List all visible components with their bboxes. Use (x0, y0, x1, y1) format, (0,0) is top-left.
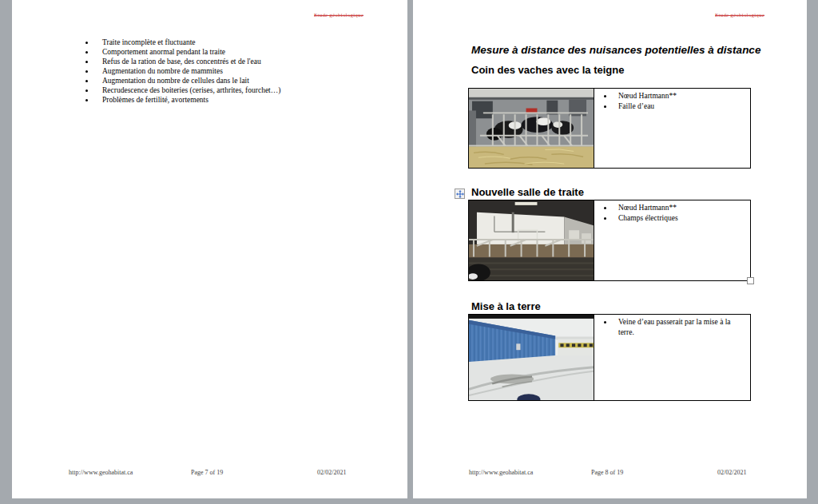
document-page-7[interactable]: Etude géobiologique Traite incomplète et… (12, 0, 407, 498)
notes-bullet-list: Veine d’eau passerait par la mise à la t… (602, 317, 741, 338)
measurement-table-1: Nœud Hartmann** Faille d’eau (468, 88, 751, 169)
notes-cell: Nœud Hartmann** Faille d’eau (594, 89, 750, 168)
document-page-8[interactable]: Etude géobiologique Mesure à distance de… (413, 0, 807, 498)
table-resize-handle[interactable] (747, 277, 754, 284)
photo-cell (469, 200, 594, 280)
header-tracked-change-note: Etude géobiologique (314, 12, 363, 18)
footer-date: 02/02/2021 (717, 469, 746, 476)
list-item: Faille d’eau (614, 101, 741, 112)
header-tracked-change-note: Etude géobiologique (715, 12, 764, 18)
measurement-table-3: Veine d’eau passerait par la mise à la t… (468, 314, 751, 401)
list-item: Traite incomplète et fluctuante (95, 38, 280, 47)
list-item: Comportement anormal pendant la traite (95, 47, 280, 57)
table-move-handle[interactable] (455, 189, 465, 199)
notes-cell: Veine d’eau passerait par la mise à la t… (594, 315, 750, 400)
footer-page-number: Page 8 of 19 (591, 469, 623, 476)
notes-bullet-list: Nœud Hartmann** Faille d’eau (602, 91, 741, 112)
footer-url: http://www.geohabitat.ca (469, 469, 533, 476)
section-title: Mesure à distance des nuisances potentie… (471, 44, 760, 56)
heading-nouvelle-salle: Nouvelle salle de traite (471, 186, 584, 198)
symptom-bullet-list: Traite incomplète et fluctuante Comporte… (84, 38, 280, 105)
footer-url: http://www.geohabitat.ca (69, 469, 133, 476)
list-item: Veine d’eau passerait par la mise à la t… (614, 317, 741, 338)
footer-date: 02/02/2021 (317, 469, 346, 476)
list-item: Nœud Hartmann** (614, 203, 741, 213)
list-item: Problèmes de fertilité, avortements (95, 95, 280, 105)
document-workspace: Etude géobiologique Traite incomplète et… (0, 0, 818, 504)
list-item: Champs électriques (614, 213, 741, 224)
measurement-table-2: Nœud Hartmann** Champs électriques (468, 200, 751, 281)
photo-cell (469, 315, 594, 400)
photo-blue-barn-snow-icon[interactable] (469, 315, 594, 400)
photo-cell (469, 89, 594, 168)
heading-coin-des-vaches: Coin des vaches avec la teigne (471, 64, 624, 76)
photo-cows-barn-icon[interactable] (469, 89, 594, 168)
notes-bullet-list: Nœud Hartmann** Champs électriques (602, 203, 741, 224)
list-item: Augmentation du nombre de mammites (95, 66, 280, 76)
list-item: Recrudescence des boiteries (cerises, ar… (95, 85, 280, 95)
list-item: Nœud Hartmann** (614, 91, 741, 101)
footer-page-number: Page 7 of 19 (191, 469, 223, 476)
list-item: Augmentation du nombre de cellules dans … (95, 76, 280, 85)
heading-mise-a-la-terre: Mise à la terre (471, 300, 541, 312)
photo-milking-parlour-icon[interactable] (469, 200, 594, 280)
workspace-bottom-margin (0, 498, 818, 504)
notes-cell: Nœud Hartmann** Champs électriques (594, 200, 750, 280)
list-item: Refus de la ration de base, des concentr… (95, 57, 280, 66)
move-arrows-icon (456, 190, 464, 198)
